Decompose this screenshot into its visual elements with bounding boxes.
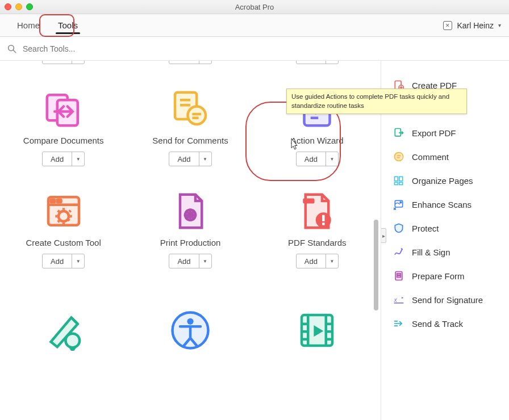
svg-line-1 [13,50,16,53]
sidebar-item-comment[interactable]: Comment [389,145,501,169]
svg-rect-24 [322,215,325,221]
search-icon [7,44,17,54]
compare-icon [41,87,86,131]
tool-title: PDF Standards [288,238,347,248]
tool-title: Compare Documents [23,136,104,146]
tool-tile-pdf-standards[interactable]: PDF StandardsAdd▼ [254,189,381,268]
tool-title: Send for Comments [152,136,228,146]
svg-rect-50 [395,182,398,184]
sidebar-item-export-pdf[interactable]: Export PDF [389,121,501,145]
chevron-down-icon[interactable]: ▼ [199,254,211,268]
sidebar-item-fill-sign[interactable]: Fill & Sign [389,240,501,264]
chevron-down-icon[interactable]: ▼ [326,152,338,166]
sidebar-item-label: Enhance Scans [412,200,472,209]
comment-icon [393,150,405,163]
nav-home[interactable]: Home [8,17,49,33]
tool-tile-partial: Add▼ [0,61,127,64]
svg-point-26 [65,334,80,348]
protect-icon [393,222,405,234]
tool-tile-print-production[interactable]: Print ProductionAdd▼ [127,189,253,268]
pdf-standards-icon [294,189,340,233]
add-button[interactable]: Add▼ [42,61,85,64]
add-button[interactable]: Add▼ [42,152,85,166]
svg-rect-48 [395,177,398,181]
print-production-icon [168,189,213,233]
chevron-down-icon[interactable]: ▼ [326,254,338,268]
export-pdf-icon [393,127,405,139]
nav-tools[interactable]: Tools [49,17,87,33]
sidebar-item-label: Send & Track [412,319,463,329]
chevron-down-icon: ▾ [498,22,501,28]
add-button[interactable]: Add▼ [169,152,211,166]
chevron-down-icon[interactable]: ▼ [199,152,211,166]
svg-text:x: x [394,297,398,303]
tool-tile-accessibility[interactable]: AccessibilityAdd▼ [127,291,253,357]
add-button[interactable]: Add▼ [169,61,211,64]
sidebar-item-label: Send for Signature [412,295,483,305]
chevron-down-icon[interactable]: ▼ [199,61,211,64]
tool-title: Create Custom Tool [26,238,101,248]
certificates-icon [41,308,86,352]
sidebar-item-label: Export PDF [412,128,456,138]
navbar: Home Tools ✕ Karl Heinz ▾ [0,14,509,37]
tool-tile-partial: Add▼ [254,61,381,64]
search-input[interactable] [23,44,502,53]
svg-rect-22 [303,199,315,204]
sidebar: ▸ Create PDFEdit PDFExport PDFCommentOrg… [381,61,509,420]
sidebar-item-label: Protect [412,224,439,233]
tool-tile-send-comments[interactable]: Send for CommentsAdd▼ [127,87,253,166]
sidebar-item-prepare-form[interactable]: Prepare Form [389,264,501,288]
svg-rect-44 [395,129,400,136]
sidebar-item-protect[interactable]: Protect [389,216,501,240]
svg-rect-25 [322,222,325,225]
chevron-down-icon[interactable]: ▼ [72,152,84,166]
device-icon: ✕ [443,21,452,30]
tools-grid-panel: Add▼Add▼Add▼Compare DocumentsAdd▼Send fo… [0,61,381,420]
tool-tile-rich-media[interactable]: Rich MediaAdd▼ [254,291,381,357]
tooltip: Use guided Actions to complete PDF tasks… [286,89,467,114]
send-track-icon [393,317,405,330]
organize-pages-icon [393,174,405,187]
svg-point-53 [400,201,402,203]
sidebar-item-label: Comment [412,152,449,162]
tool-title: Print Production [160,238,221,248]
sidebar-item-send-track[interactable]: Send & Track [389,312,501,335]
add-button[interactable]: Add▼ [296,152,339,166]
add-button[interactable]: Add▼ [42,254,85,268]
account-menu[interactable]: ✕ Karl Heinz ▾ [443,21,501,30]
add-button[interactable]: Add▼ [169,254,211,268]
tool-tile-custom-tool[interactable]: Create Custom ToolAdd▼ [0,189,127,268]
search-row [0,37,509,61]
prepare-form-icon [393,270,405,282]
sidebar-item-enhance-scans[interactable]: Enhance Scans [389,192,501,216]
sidebar-collapse-handle[interactable]: ▸ [381,228,386,243]
chevron-down-icon[interactable]: ▼ [326,61,338,64]
titlebar: Acrobat Pro [0,0,509,14]
svg-rect-14 [51,200,55,203]
custom-tool-icon [41,189,86,233]
sidebar-item-organize-pages[interactable]: Organize Pages [389,169,501,192]
sidebar-item-label: Prepare Form [412,271,465,281]
fill-sign-icon [393,246,405,258]
add-button[interactable]: Add▼ [296,254,339,268]
scrollbar-thumb[interactable] [374,220,378,310]
svg-point-28 [187,318,193,325]
window-title: Acrobat Pro [0,3,509,11]
add-button[interactable]: Add▼ [296,61,339,64]
send-comments-icon [168,87,213,131]
send-signature-icon: x [393,293,405,306]
chevron-down-icon[interactable]: ▼ [72,61,84,64]
enhance-scans-icon [393,198,405,211]
svg-rect-51 [399,182,403,184]
svg-rect-15 [57,200,61,203]
sidebar-item-send-signature[interactable]: xSend for Signature [389,288,501,312]
tool-tile-compare[interactable]: Compare DocumentsAdd▼ [0,87,127,166]
account-name: Karl Heinz [457,21,494,30]
tool-tile-certificates[interactable]: CertificatesAdd▼ [0,291,127,357]
tool-tile-partial: Add▼ [127,61,253,64]
rich-media-icon [294,308,340,352]
accessibility-icon [168,308,213,352]
svg-rect-49 [399,177,403,181]
chevron-down-icon[interactable]: ▼ [72,254,84,268]
sidebar-item-label: Fill & Sign [412,247,450,257]
